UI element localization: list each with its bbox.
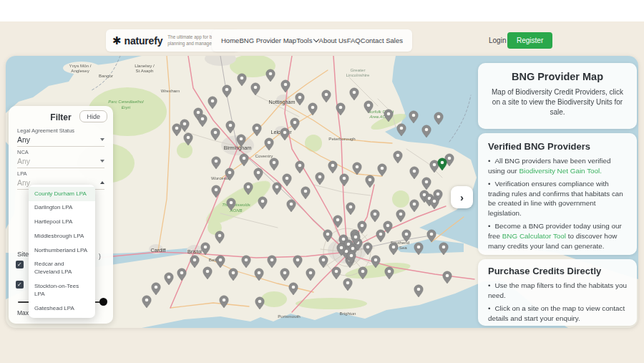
map-pin[interactable] bbox=[270, 158, 278, 170]
map-pin[interactable] bbox=[396, 210, 405, 222]
text-link[interactable]: BNG Calculator Tool bbox=[502, 232, 566, 240]
map-pin[interactable] bbox=[422, 178, 431, 190]
map-pin[interactable] bbox=[323, 230, 332, 242]
map-pin[interactable] bbox=[165, 273, 173, 285]
panel-expand-button[interactable]: › bbox=[451, 186, 473, 208]
register-button[interactable]: Register bbox=[507, 32, 552, 49]
map-pin[interactable] bbox=[287, 200, 296, 212]
map-pin[interactable] bbox=[229, 268, 238, 281]
map-pin[interactable] bbox=[322, 90, 331, 102]
map-pin[interactable] bbox=[255, 297, 264, 309]
lpa-option[interactable]: County Durham LPA bbox=[29, 187, 95, 201]
nav-item-about-us[interactable]: About Us bbox=[319, 37, 347, 44]
map-pin[interactable] bbox=[439, 243, 448, 255]
nca-select[interactable]: Any bbox=[17, 157, 104, 168]
map-pin[interactable] bbox=[242, 256, 250, 268]
map-pin[interactable] bbox=[319, 256, 328, 268]
login-link[interactable]: Login bbox=[489, 37, 506, 44]
map-pin[interactable] bbox=[198, 115, 207, 127]
map-pin[interactable] bbox=[332, 267, 341, 279]
map-pin[interactable] bbox=[212, 185, 220, 198]
map-pin[interactable] bbox=[410, 200, 419, 212]
map-pin[interactable] bbox=[215, 231, 224, 243]
map-pin[interactable] bbox=[281, 80, 290, 92]
map-pin[interactable] bbox=[208, 97, 217, 109]
legal-agreement-status-select[interactable]: Any bbox=[17, 135, 104, 147]
map-pin[interactable] bbox=[350, 88, 358, 100]
site-checkbox-1[interactable] bbox=[16, 261, 24, 268]
nav-item-tools[interactable]: Tools bbox=[296, 37, 318, 44]
map-pin[interactable] bbox=[211, 128, 220, 140]
map-pin[interactable] bbox=[430, 160, 439, 173]
map-pin[interactable] bbox=[142, 296, 151, 308]
lpa-option[interactable]: Darlington LPA bbox=[29, 201, 95, 216]
panel-title: Verified BNG Providers bbox=[488, 141, 627, 152]
map-pin[interactable] bbox=[152, 283, 160, 295]
map-pin[interactable] bbox=[253, 124, 261, 136]
map-pin[interactable] bbox=[265, 138, 273, 150]
map-pin[interactable] bbox=[283, 174, 291, 186]
map-pin[interactable] bbox=[289, 283, 298, 295]
map-pin[interactable] bbox=[306, 268, 315, 281]
map-pin[interactable] bbox=[280, 128, 289, 140]
map-pin[interactable] bbox=[212, 157, 220, 169]
map-pin[interactable] bbox=[378, 164, 386, 176]
map-pin[interactable] bbox=[268, 256, 276, 268]
nav-item-bng-provider-map[interactable]: BNG Provider Map bbox=[239, 37, 296, 44]
nav-item-faq[interactable]: FAQ bbox=[347, 37, 361, 44]
map-pin[interactable] bbox=[273, 183, 281, 195]
map-pin[interactable] bbox=[343, 279, 352, 291]
map-pin[interactable] bbox=[223, 85, 231, 97]
map-pin[interactable] bbox=[258, 197, 267, 209]
text-link[interactable]: Biodiversity Net Gain Tool. bbox=[519, 167, 602, 175]
map-pin[interactable] bbox=[293, 256, 302, 268]
map-pin[interactable] bbox=[371, 210, 379, 222]
map-pin[interactable] bbox=[254, 168, 263, 180]
map-pin[interactable] bbox=[220, 296, 228, 308]
lpa-option[interactable]: Gateshead LPA bbox=[29, 301, 95, 316]
map-pin[interactable] bbox=[316, 173, 324, 185]
lpa-option[interactable]: Redcar and Cleveland LPA bbox=[29, 258, 95, 280]
lpa-option[interactable]: Northumberland LPA bbox=[29, 243, 95, 258]
map-pin[interactable] bbox=[301, 187, 310, 199]
price-slider-handle[interactable] bbox=[99, 298, 107, 306]
nav-item-home[interactable]: Home bbox=[221, 37, 239, 44]
bullet-item: •Become a BNG provider today using our f… bbox=[488, 221, 627, 251]
map-pin[interactable] bbox=[414, 285, 423, 297]
map-pin[interactable] bbox=[203, 267, 212, 279]
map-pin[interactable] bbox=[291, 118, 299, 130]
map-pin[interactable] bbox=[394, 151, 402, 163]
lpa-option[interactable]: Stockton-on-Tees LPA bbox=[29, 280, 95, 302]
map-pin[interactable] bbox=[266, 69, 275, 82]
map-pin[interactable] bbox=[336, 103, 345, 115]
map-pin[interactable] bbox=[280, 268, 289, 281]
map-pin[interactable] bbox=[177, 268, 186, 281]
map-pin[interactable] bbox=[340, 174, 348, 186]
map-pin[interactable] bbox=[443, 271, 452, 284]
lpa-option[interactable]: Middlesbrough LPA bbox=[29, 229, 95, 243]
map-pin[interactable] bbox=[251, 83, 260, 95]
map-pin[interactable] bbox=[238, 74, 246, 86]
map-pin[interactable] bbox=[333, 216, 342, 228]
map-pin[interactable] bbox=[410, 167, 419, 179]
map-pin-selected[interactable] bbox=[438, 158, 447, 170]
map-pin[interactable] bbox=[346, 203, 355, 215]
map-pin[interactable] bbox=[430, 197, 439, 209]
site-checkbox-2[interactable] bbox=[16, 281, 24, 289]
map-pin[interactable] bbox=[328, 161, 337, 173]
hide-filter-button[interactable]: Hide bbox=[79, 110, 107, 122]
map-pin[interactable] bbox=[190, 256, 199, 268]
map-pin[interactable] bbox=[172, 124, 181, 136]
map-pin[interactable] bbox=[296, 161, 304, 173]
map-pin[interactable] bbox=[385, 267, 394, 279]
map-pin[interactable] bbox=[376, 230, 385, 242]
map-pin[interactable] bbox=[389, 243, 398, 255]
lpa-option[interactable]: Hartlepool LPA bbox=[29, 216, 95, 230]
map-pin[interactable] bbox=[296, 93, 304, 105]
map-pin[interactable] bbox=[201, 243, 210, 255]
map-pin[interactable] bbox=[308, 103, 317, 115]
map-pin[interactable] bbox=[366, 175, 374, 188]
map-pin[interactable] bbox=[226, 121, 235, 133]
map-pin[interactable] bbox=[180, 120, 189, 132]
nav-item-contact-sales[interactable]: Contact Sales bbox=[361, 37, 403, 44]
